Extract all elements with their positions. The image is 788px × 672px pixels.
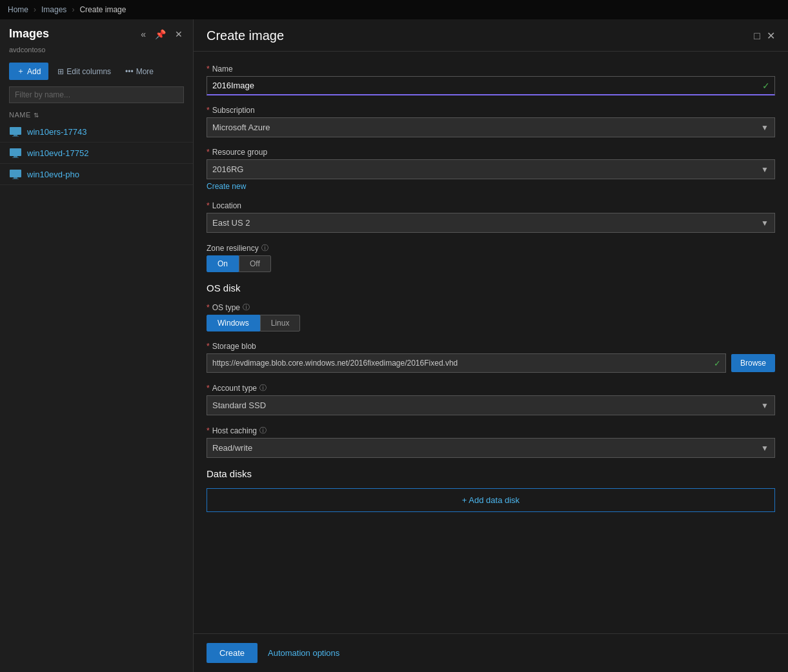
list-item[interactable]: win10ers-17743 (0, 121, 193, 143)
panel-header-icons: □ ✕ (754, 30, 775, 42)
add-button[interactable]: ＋ Add (9, 63, 48, 80)
edit-columns-button[interactable]: ⊞ Edit columns (52, 64, 116, 79)
nav-sep2: › (72, 5, 74, 14)
name-field-section: * Name ✓ (207, 64, 775, 95)
storage-blob-section: * Storage blob ✓ Browse (207, 342, 775, 373)
nav-sep1: › (34, 5, 36, 14)
subscription-select[interactable]: Microsoft Azure (207, 117, 775, 137)
search-input[interactable] (9, 86, 184, 103)
host-caching-select-wrap: Read/write ▼ (207, 438, 775, 458)
more-label: More (136, 67, 154, 76)
storage-blob-input[interactable] (207, 353, 726, 373)
svg-rect-0 (10, 127, 21, 135)
svg-rect-4 (14, 156, 17, 157)
account-type-info-icon: ⓘ (259, 383, 267, 393)
more-button[interactable]: ••• More (120, 64, 159, 79)
name-label: * Name (207, 64, 775, 74)
location-label-text: Location (212, 201, 241, 210)
panel-body: * Name ✓ * Subscription Microsoft Azure (194, 52, 788, 633)
list-item[interactable]: win10evd-pho (0, 164, 193, 185)
subscription-select-wrap: Microsoft Azure ▼ (207, 117, 775, 137)
svg-rect-5 (12, 157, 19, 158)
host-caching-section: * Host caching ⓘ Read/write ▼ (207, 426, 775, 458)
maximize-button[interactable]: □ (754, 30, 760, 42)
vm-icon (9, 168, 22, 181)
resource-group-select-wrap: 2016RG ▼ (207, 159, 775, 179)
location-select[interactable]: East US 2 (207, 213, 775, 233)
add-data-disk-button[interactable]: + Add data disk (207, 488, 775, 512)
create-new-link[interactable]: Create new (207, 182, 246, 191)
zone-off-button[interactable]: Off (239, 255, 271, 272)
sidebar-close-button[interactable]: ✕ (174, 28, 184, 41)
create-image-panel: Create image □ ✕ * Name ✓ (194, 19, 788, 672)
nav-current: Create image (79, 5, 126, 14)
host-caching-info-icon: ⓘ (259, 426, 267, 435)
column-header: NAME ⇅ (0, 108, 193, 121)
svg-rect-2 (12, 136, 19, 137)
nav-images[interactable]: Images (41, 5, 66, 14)
svg-rect-1 (14, 135, 17, 136)
host-caching-select[interactable]: Read/write (207, 438, 775, 458)
os-linux-button[interactable]: Linux (260, 315, 301, 331)
account-type-label-text: Account type (212, 384, 257, 393)
zone-resiliency-section: Zone resiliency ⓘ On Off (207, 243, 775, 272)
os-type-toggle-group: Windows Linux (207, 315, 775, 331)
nav-home[interactable]: Home (8, 5, 28, 14)
os-windows-button[interactable]: Windows (207, 315, 260, 331)
storage-blob-label: * Storage blob (207, 342, 775, 351)
required-star: * (207, 201, 210, 210)
storage-blob-label-text: Storage blob (212, 342, 256, 351)
pin-button[interactable]: 📌 (154, 28, 167, 41)
name-valid-icon: ✓ (762, 81, 770, 91)
spacer (207, 512, 775, 633)
account-type-select-wrap: Standard SSD ▼ (207, 395, 775, 415)
edit-columns-icon: ⊞ (57, 67, 64, 76)
sidebar-item-name: win10evd-pho (27, 170, 79, 179)
zone-resiliency-label: Zone resiliency ⓘ (207, 243, 775, 253)
zone-info-icon: ⓘ (261, 243, 268, 253)
sort-icon: ⇅ (34, 112, 39, 119)
os-type-section: * OS type ⓘ Windows Linux (207, 302, 775, 331)
name-label-text: Name (212, 64, 233, 74)
panel-close-button[interactable]: ✕ (767, 30, 775, 42)
sidebar-icons: « 📌 ✕ (139, 28, 184, 41)
sidebar-header: Images « 📌 ✕ (0, 19, 193, 46)
sidebar-title: Images (9, 27, 49, 41)
account-type-select[interactable]: Standard SSD (207, 395, 775, 415)
os-type-label: * OS type ⓘ (207, 302, 775, 312)
resource-group-select[interactable]: 2016RG (207, 159, 775, 179)
automation-options-button[interactable]: Automation options (268, 648, 339, 658)
data-disks-section: Data disks + Add data disk (207, 468, 775, 512)
host-caching-label: * Host caching ⓘ (207, 426, 775, 435)
storage-blob-input-wrap: ✓ (207, 353, 726, 373)
create-button[interactable]: Create (207, 643, 258, 663)
list-item[interactable]: win10evd-17752 (0, 143, 193, 164)
os-type-label-text: OS type (212, 303, 240, 312)
more-icon: ••• (125, 67, 134, 76)
zone-on-button[interactable]: On (207, 255, 239, 272)
resource-group-field-section: * Resource group 2016RG ▼ Create new (207, 148, 775, 191)
required-star: * (207, 384, 210, 393)
os-disk-title: OS disk (207, 282, 775, 293)
sidebar: Images « 📌 ✕ avdcontoso ＋ Add ⊞ Edit col… (0, 19, 194, 672)
edit-columns-label: Edit columns (66, 67, 111, 76)
os-type-info-icon: ⓘ (243, 302, 250, 312)
panel-footer: Create Automation options (194, 633, 788, 672)
resource-group-label-text: Resource group (212, 148, 267, 157)
browse-button[interactable]: Browse (731, 354, 775, 372)
panel-header: Create image □ ✕ (194, 19, 788, 52)
location-field-section: * Location East US 2 ▼ (207, 201, 775, 233)
sidebar-search (9, 86, 184, 103)
add-icon: ＋ (17, 66, 25, 77)
zone-resiliency-label-text: Zone resiliency (207, 244, 259, 253)
location-select-wrap: East US 2 ▼ (207, 213, 775, 233)
sidebar-toolbar: ＋ Add ⊞ Edit columns ••• More (0, 59, 193, 84)
name-input[interactable] (207, 76, 775, 95)
main-layout: Images « 📌 ✕ avdcontoso ＋ Add ⊞ Edit col… (0, 19, 788, 672)
location-label: * Location (207, 201, 775, 210)
subscription-label-text: Subscription (212, 106, 255, 115)
host-caching-label-text: Host caching (212, 426, 257, 435)
name-column-header: NAME (9, 111, 31, 119)
required-star: * (207, 303, 210, 312)
collapse-button[interactable]: « (139, 28, 147, 41)
